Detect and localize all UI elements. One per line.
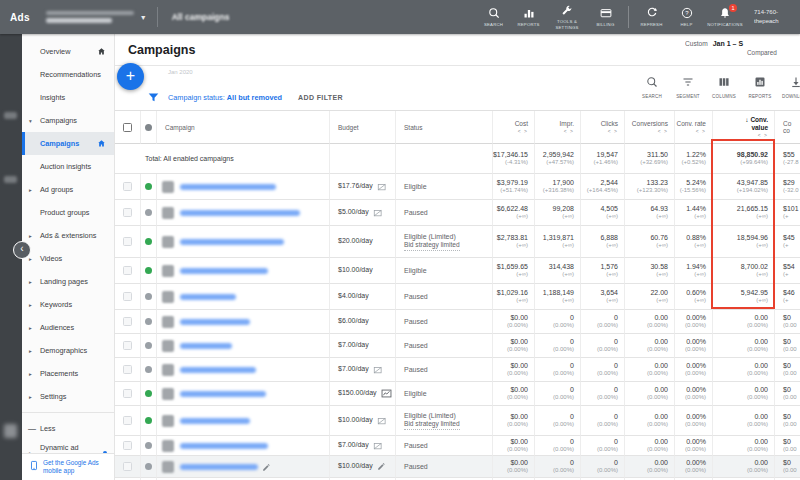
paused-status-dot[interactable] bbox=[145, 463, 152, 470]
campaign-name-blurred[interactable] bbox=[180, 367, 256, 373]
sidebar-item-ad-groups[interactable]: ▸Ad groups bbox=[22, 178, 114, 201]
sidebar-item-settings[interactable]: ▸Settings bbox=[22, 385, 114, 408]
sidebar-item-campaigns[interactable]: ▾Campaigns bbox=[22, 109, 114, 132]
topbar-item-refresh[interactable]: REFRESH bbox=[634, 7, 669, 27]
row-checkbox[interactable] bbox=[123, 365, 132, 374]
budget-cell[interactable]: $4.00/day bbox=[330, 284, 396, 310]
row-checkbox[interactable] bbox=[123, 389, 132, 398]
topbar-item-help[interactable]: ?HELP bbox=[669, 7, 704, 27]
status-subtext[interactable]: Bid strategy limited bbox=[404, 420, 460, 430]
topbar-item-search[interactable]: SEARCH bbox=[476, 7, 511, 27]
sidebar-item-audiences[interactable]: ▸Audiences bbox=[22, 316, 114, 339]
column-header-cost_conv[interactable]: Coco bbox=[775, 111, 800, 144]
campaign-name-blurred[interactable] bbox=[180, 268, 268, 274]
row-checkbox[interactable] bbox=[123, 462, 132, 471]
column-header-impr[interactable]: Impr.< > bbox=[535, 111, 581, 144]
budget-cell[interactable]: $10.00/day bbox=[330, 258, 396, 284]
paused-status-dot[interactable] bbox=[145, 209, 152, 216]
column-header-conv_rate[interactable]: Conv. rate< > bbox=[675, 111, 713, 144]
google-ads-logo[interactable]: Ads bbox=[10, 12, 30, 23]
campaign-name-blurred[interactable] bbox=[180, 210, 300, 216]
budget-cell[interactable]: $20.00/day bbox=[330, 226, 396, 258]
column-header-conv_value[interactable]: ↓ Conv.value< > bbox=[713, 111, 775, 144]
row-checkbox[interactable] bbox=[123, 317, 132, 326]
strip-item-blurred[interactable] bbox=[4, 112, 17, 119]
enabled-status-dot[interactable] bbox=[145, 417, 152, 424]
sidebar-item-less[interactable]: —Less bbox=[22, 417, 114, 440]
enabled-status-dot[interactable] bbox=[145, 183, 152, 190]
column-header-clicks[interactable]: Clicks< > bbox=[581, 111, 625, 144]
campaign-name-blurred[interactable] bbox=[180, 443, 268, 449]
enabled-status-dot[interactable] bbox=[145, 238, 152, 245]
new-campaign-button[interactable]: + bbox=[117, 63, 144, 90]
column-header-status[interactable]: Status bbox=[396, 111, 493, 144]
sidebar-item-keywords[interactable]: ▸Keywords bbox=[22, 293, 114, 316]
campaign-name-blurred[interactable] bbox=[180, 418, 250, 424]
campaign-name-blurred[interactable] bbox=[180, 391, 266, 397]
sidebar-item-ads-extensions[interactable]: ▸Ads & extensions bbox=[22, 224, 114, 247]
budget-cell[interactable]: $10.00/day bbox=[330, 406, 396, 436]
sidebar-item-demographics[interactable]: ▸Demographics bbox=[22, 339, 114, 362]
row-checkbox[interactable] bbox=[123, 182, 132, 191]
toolbar-columns-button[interactable]: COLUMNS bbox=[706, 74, 742, 99]
budget-cell[interactable]: $5.00/day bbox=[330, 200, 396, 226]
campaign-name-blurred[interactable] bbox=[180, 239, 284, 245]
row-checkbox[interactable] bbox=[123, 208, 132, 217]
budget-cell[interactable]: $7.00/day bbox=[330, 358, 396, 382]
toolbar-segment-button[interactable]: SEGMENT bbox=[670, 74, 706, 99]
sidebar-item-videos[interactable]: ▸Videos bbox=[22, 247, 114, 270]
row-checkbox[interactable] bbox=[123, 416, 132, 425]
row-checkbox[interactable] bbox=[123, 266, 132, 275]
budget-cell[interactable]: $10.00/day bbox=[330, 456, 396, 478]
date-range-picker[interactable]: CustomJan 1 – S Compared bbox=[685, 40, 800, 56]
get-mobile-app-link[interactable]: Get the Google Ads mobile app bbox=[22, 453, 114, 480]
sidebar-item-insights[interactable]: Insights bbox=[22, 86, 114, 109]
budget-cell[interactable]: $7.00/day bbox=[330, 334, 396, 358]
toolbar-download-button[interactable]: DOWNLOAD bbox=[778, 74, 800, 99]
budget-cell[interactable]: $150.00/day bbox=[330, 382, 396, 406]
sidebar-item-product-groups[interactable]: Product groups bbox=[22, 201, 114, 224]
toolbar-search-button[interactable]: SEARCH bbox=[634, 74, 670, 99]
sidebar-item-auction-insights[interactable]: Auction insights bbox=[22, 155, 114, 178]
budget-cell[interactable]: $7.00/day bbox=[330, 436, 396, 456]
sidebar-item-campaigns[interactable]: Campaigns bbox=[22, 132, 114, 155]
paused-status-dot[interactable] bbox=[145, 342, 152, 349]
column-header-campaign[interactable]: Campaign bbox=[157, 111, 330, 144]
topbar-item-billing[interactable]: BILLING bbox=[588, 7, 623, 27]
paused-status-dot[interactable] bbox=[145, 318, 152, 325]
collapse-sidebar-button[interactable]: ‹ bbox=[13, 241, 31, 259]
topbar-item-tools[interactable]: TOOLS & SETTINGS bbox=[546, 4, 588, 30]
nav-scope-label[interactable]: All campaigns bbox=[172, 12, 230, 22]
status-subtext[interactable]: Bid strategy limited bbox=[404, 241, 460, 251]
enabled-status-dot[interactable] bbox=[145, 390, 152, 397]
sidebar-item-recommendations[interactable]: Recommendations bbox=[22, 63, 114, 86]
enabled-status-dot[interactable] bbox=[145, 267, 152, 274]
topbar-item-reports[interactable]: REPORTS bbox=[511, 7, 546, 27]
sidebar-item-overview[interactable]: Overview bbox=[22, 40, 114, 63]
column-header-cost[interactable]: Cost< > bbox=[493, 111, 535, 144]
sidebar-item-placements[interactable]: ▸Placements bbox=[22, 362, 114, 385]
campaign-name-blurred[interactable] bbox=[180, 319, 250, 325]
campaign-name-blurred[interactable] bbox=[180, 294, 236, 300]
toolbar-reports-button[interactable]: REPORTS bbox=[742, 74, 778, 99]
row-checkbox[interactable] bbox=[123, 237, 132, 246]
budget-cell[interactable]: $6.00/day bbox=[330, 310, 396, 334]
select-all-checkbox[interactable] bbox=[123, 123, 132, 132]
strip-item-blurred[interactable] bbox=[4, 424, 17, 438]
strip-item-blurred[interactable] bbox=[4, 176, 17, 183]
signed-in-account[interactable]: 714-760- thepeach bbox=[754, 8, 800, 26]
campaign-name-blurred[interactable] bbox=[180, 343, 232, 349]
campaign-status-filter-chip[interactable]: Campaign status: All but removed bbox=[168, 93, 282, 102]
campaign-name-blurred[interactable] bbox=[180, 184, 276, 190]
campaign-name-blurred[interactable] bbox=[180, 464, 258, 470]
column-header-conversions[interactable]: Conversions< > bbox=[625, 111, 675, 144]
row-checkbox[interactable] bbox=[123, 441, 132, 450]
sidebar-item-landing-pages[interactable]: ▸Landing pages bbox=[22, 270, 114, 293]
row-checkbox[interactable] bbox=[123, 341, 132, 350]
add-filter-button[interactable]: ADD FILTER bbox=[298, 94, 343, 101]
topbar-item-notifications[interactable]: 1NOTIFICATIONS bbox=[704, 7, 746, 27]
budget-cell[interactable]: $17.76/day bbox=[330, 174, 396, 200]
paused-status-dot[interactable] bbox=[145, 442, 152, 449]
paused-status-dot[interactable] bbox=[145, 293, 152, 300]
row-checkbox[interactable] bbox=[123, 292, 132, 301]
